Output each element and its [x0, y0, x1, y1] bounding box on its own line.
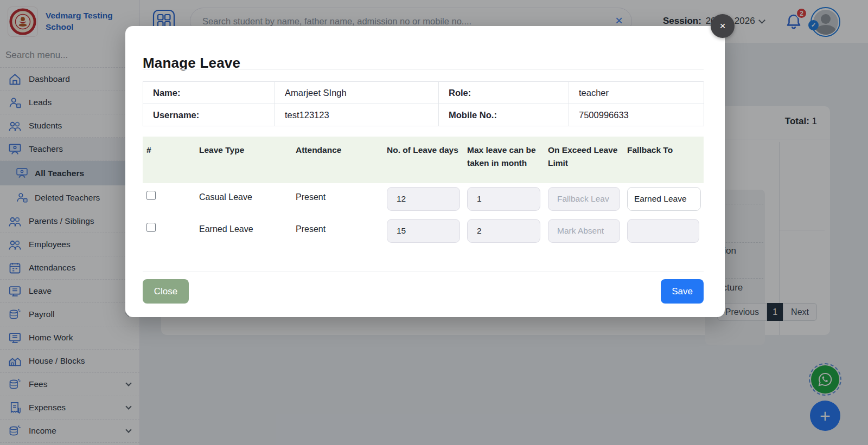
earned-leave-checkbox[interactable] [146, 223, 156, 232]
max-month-input[interactable] [467, 219, 540, 243]
col-leave-days: No. of Leave days [387, 137, 467, 183]
save-button[interactable]: Save [661, 279, 704, 304]
role-label: Role: [439, 82, 569, 104]
leave-days-input[interactable] [387, 187, 460, 211]
casual-leave-checkbox[interactable] [146, 191, 156, 200]
username-label: Username: [143, 104, 275, 126]
col-fallback: Fallback To [627, 137, 704, 183]
mobile-label: Mobile No.: [439, 104, 569, 126]
fallback-select[interactable] [627, 219, 699, 243]
close-button[interactable]: Close [143, 279, 189, 304]
manage-leave-modal: Manage Leave Name: Amarjeet SIngh Role: … [125, 26, 725, 317]
leave-row-earned: Earned Leave Present Mark Absent [143, 219, 704, 246]
leave-row-casual: Casual Leave Present Fallback Leav Earne… [143, 187, 704, 214]
leave-type: Casual Leave [199, 187, 296, 214]
col-hash: # [143, 137, 199, 183]
leave-days-input[interactable] [387, 219, 460, 243]
attendance: Present [296, 219, 387, 246]
col-attendance: Attendance [296, 137, 387, 183]
col-max-month: Max leave can be taken in month [467, 137, 548, 183]
modal-close-button[interactable]: × [711, 14, 735, 38]
leave-type: Earned Leave [199, 219, 296, 246]
attendance: Present [296, 187, 387, 214]
username-value: test123123 [275, 104, 439, 126]
col-leave-type: Leave Type [199, 137, 296, 183]
name-value: Amarjeet SIngh [275, 82, 439, 104]
role-value: teacher [569, 82, 704, 104]
max-month-input[interactable] [467, 187, 540, 211]
fallback-select[interactable]: Earned Leave [627, 187, 701, 211]
col-on-exceed: On Exceed Leave Limit [548, 137, 627, 183]
leave-table-header: # Leave Type Attendance No. of Leave day… [143, 137, 704, 183]
on-exceed-select[interactable]: Fallback Leav [548, 187, 620, 211]
teacher-info-table: Name: Amarjeet SIngh Role: teacher Usern… [143, 81, 704, 126]
modal-title: Manage Leave [143, 55, 240, 72]
mobile-value: 7500996633 [569, 104, 704, 126]
name-label: Name: [143, 82, 275, 104]
close-icon: × [719, 20, 725, 32]
on-exceed-select[interactable]: Mark Absent [548, 219, 620, 243]
